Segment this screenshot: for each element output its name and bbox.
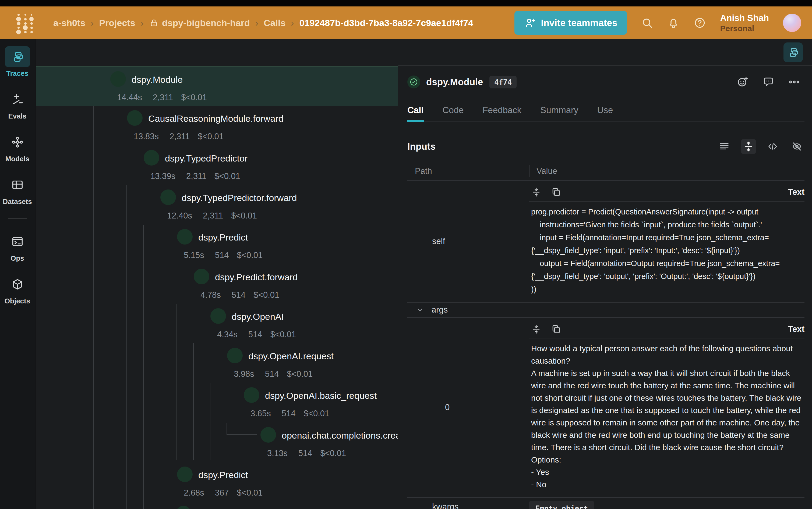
add-reaction-icon[interactable] — [737, 76, 749, 88]
trace-tree-row[interactable]: dspy.OpenAI.request 3.98s 514 $<0.01 — [36, 343, 398, 383]
duration: 12.40s — [164, 211, 192, 220]
breadcrumb: a-sh0ts›Projects›dspy-bigbench-hard›Call… — [53, 18, 473, 28]
call-detail-panel: dspy.Module 4f74 CallCodeFeedbackSummary… — [398, 39, 812, 509]
collapse-value-icon[interactable] — [531, 187, 541, 197]
sidebar-item-evals[interactable]: Evals — [5, 89, 30, 121]
status-success-icon — [160, 190, 176, 205]
sidebar-item-ops[interactable]: Ops — [5, 231, 30, 263]
token-count: 2,311 — [167, 132, 190, 141]
invite-teammates-button[interactable]: Invite teammates — [514, 11, 627, 35]
chevron-down-icon[interactable] — [106, 114, 116, 124]
sidebar-item-label: Objects — [5, 297, 30, 305]
avatar[interactable] — [783, 14, 801, 32]
cost: $<0.01 — [181, 93, 207, 102]
trace-title: dspy.TypedPredictor — [165, 153, 248, 164]
token-count: 514 — [296, 448, 312, 458]
trace-tree-row[interactable]: dspy.Predict 5.15s 514 $<0.01 — [36, 225, 398, 264]
trace-meta: 3.98s 514 $<0.01 — [231, 369, 313, 379]
collapse-value-icon[interactable] — [531, 324, 541, 334]
tab-feedback[interactable]: Feedback — [482, 105, 522, 122]
trace-tree-row[interactable]: dspy.Module 14.44s 2,311 $<0.01 — [36, 66, 398, 106]
duration: 5.15s — [181, 250, 204, 260]
trace-title: dspy.Predict — [198, 470, 248, 480]
chevron-down-icon[interactable] — [123, 154, 133, 163]
status-success-icon — [227, 348, 243, 363]
chevron-down-icon[interactable] — [156, 470, 166, 480]
trace-meta: 2.68s 367 $<0.01 — [181, 488, 262, 498]
trace-tree-row[interactable]: dspy.Predict.forward 4.78s 514 $<0.01 — [36, 265, 398, 304]
user-account[interactable]: Anish Shah Personal — [720, 12, 769, 34]
value-toolbar: Text — [529, 185, 805, 202]
tab-use[interactable]: Use — [597, 105, 613, 122]
token-count: 2,311 — [150, 93, 173, 102]
search-icon[interactable] — [641, 16, 653, 29]
notifications-bell-icon[interactable] — [667, 16, 680, 29]
breadcrumb-item[interactable]: dspy-bigbench-hard — [149, 18, 250, 28]
trace-tree-row[interactable]: openai.chat.completions.create 3.13s 514… — [36, 423, 398, 462]
traces-icon — [11, 50, 24, 63]
copy-icon[interactable] — [551, 187, 561, 197]
cost: $<0.01 — [237, 250, 263, 260]
models-icon — [11, 136, 24, 148]
input-value-text: prog.predictor = Predict(QuestionAnswerS… — [529, 205, 805, 296]
status-success-icon — [176, 506, 191, 509]
trace-tree-row[interactable]: dspy.Predict 2.68s 367 $<0.01 — [36, 462, 398, 502]
breadcrumb-item[interactable]: 0192487b-d3bd-7ba3-8a92-7c9ae1df4f74 — [300, 18, 473, 28]
app-bar-actions: Invite teammates Anish Shah Personal — [514, 11, 801, 35]
format-label: Text — [788, 187, 805, 197]
expand-rows-icon[interactable] — [741, 139, 756, 154]
duration: 3.13s — [264, 448, 288, 458]
hide-values-icon[interactable] — [789, 139, 805, 154]
call-id-chip[interactable]: 4f74 — [490, 76, 517, 89]
breadcrumb-item[interactable]: a-sh0ts — [53, 18, 85, 28]
chevron-down-icon[interactable] — [156, 233, 166, 242]
value-column-header: Value — [529, 165, 805, 177]
code-view-icon[interactable] — [765, 139, 780, 154]
status-success-icon — [210, 308, 226, 324]
cost: $<0.01 — [320, 448, 346, 458]
chevron-down-icon[interactable] — [173, 272, 183, 282]
breadcrumb-item[interactable]: Projects — [99, 18, 135, 28]
sidebar-item-models[interactable]: Models — [5, 132, 30, 163]
help-icon[interactable] — [694, 16, 706, 29]
inputs-heading: Inputs — [407, 141, 436, 152]
tab-call[interactable]: Call — [407, 105, 424, 122]
copy-icon[interactable] — [551, 324, 561, 334]
chevron-down-icon[interactable] — [190, 312, 199, 322]
status-success-icon — [177, 467, 193, 482]
sidebar-item-objects[interactable]: Objects — [5, 274, 30, 305]
tab-summary[interactable]: Summary — [540, 105, 578, 122]
trace-tree-row[interactable]: dspy.TypedPredictor 13.39s 2,311 $<0.01 — [36, 146, 398, 185]
trace-tree-toggle-button[interactable] — [783, 42, 803, 62]
trace-tree-row[interactable]: dspy.OpenAI 4.34s 514 $<0.01 — [36, 304, 398, 343]
input-group-args[interactable]: args — [407, 303, 805, 318]
list-view-icon[interactable] — [717, 139, 732, 154]
trace-tree-row[interactable]: CausalReasoningModule.forward 13.83s 2,3… — [36, 106, 398, 145]
overflow-menu-icon[interactable] — [788, 76, 800, 88]
sidebar-item-traces[interactable]: Traces — [5, 46, 30, 78]
tab-code[interactable]: Code — [443, 105, 464, 122]
chevron-down-icon[interactable] — [139, 193, 149, 203]
sidebar-item-label: Ops — [10, 254, 24, 263]
comment-icon[interactable] — [762, 76, 774, 88]
trace-tree-row[interactable]: dspy.OpenAI.basic_request 3.65s 514 $<0.… — [36, 383, 398, 422]
trace-meta: 3.65s 514 $<0.01 — [248, 409, 329, 418]
detail-tabs: CallCodeFeedbackSummaryUse — [407, 105, 805, 122]
weave-trace-page: a-sh0ts›Projects›dspy-bigbench-hard›Call… — [0, 0, 812, 509]
chevron-down-icon[interactable] — [206, 351, 216, 361]
wandb-dots-logo[interactable] — [13, 12, 34, 33]
sidebar-item-datasets[interactable]: Datasets — [3, 174, 32, 206]
cost: $<0.01 — [231, 211, 257, 220]
chevron-down-icon[interactable] — [223, 391, 233, 401]
chevron-down-icon[interactable] — [90, 75, 99, 84]
breadcrumb-separator: › — [91, 18, 94, 28]
trace-title: dspy.OpenAI.basic_request — [265, 391, 377, 401]
empty-object-badge: Empty object — [529, 501, 594, 509]
top-black-strip — [0, 0, 812, 6]
group-label: args — [432, 305, 448, 315]
cost: $<0.01 — [287, 369, 313, 379]
breadcrumb-item[interactable]: Calls — [264, 18, 285, 28]
person-add-icon — [524, 17, 536, 29]
value-divider — [529, 202, 805, 202]
trace-tree-row[interactable]: dspy.TypedPredictor.forward 12.40s 2,311… — [36, 185, 398, 225]
